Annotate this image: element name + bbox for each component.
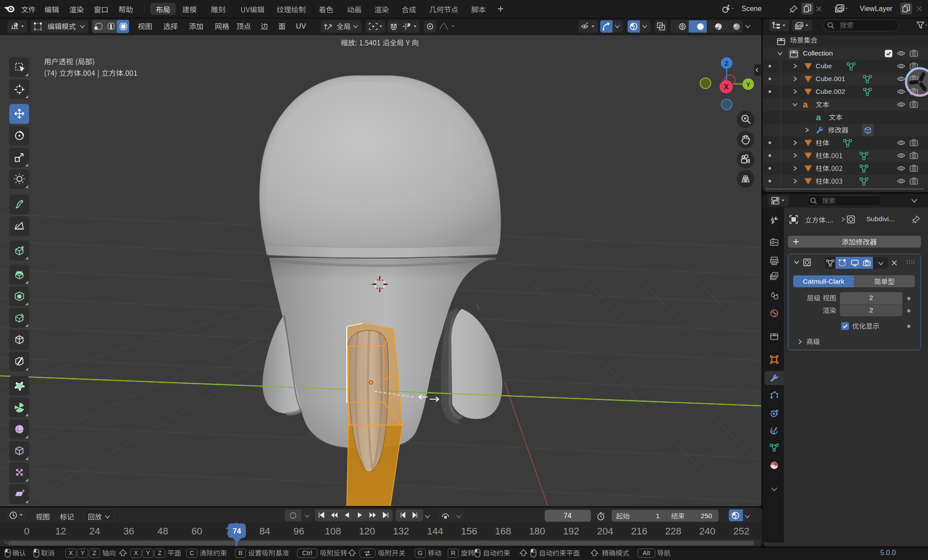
svg-text:Z: Z [724, 59, 728, 67]
svg-text:Y: Y [746, 81, 750, 88]
svg-text:X: X [724, 83, 729, 91]
